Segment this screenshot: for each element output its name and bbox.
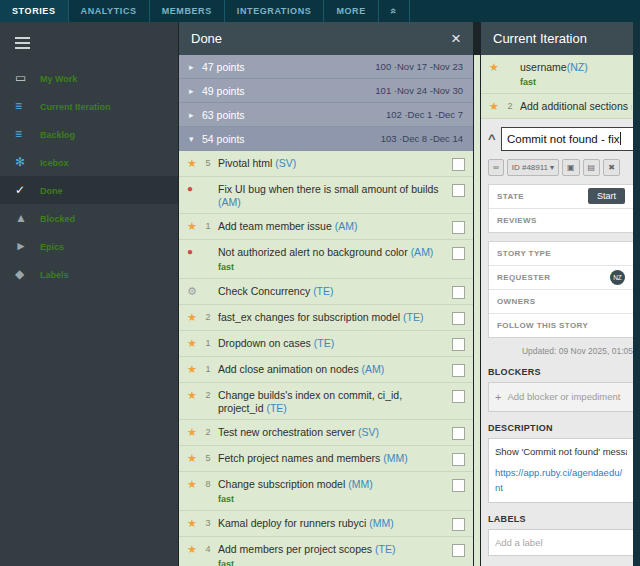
story-title: Check Concurrency: [218, 285, 313, 297]
story-field-row[interactable]: REQUESTER NZ: [489, 266, 633, 290]
story-checkbox[interactable]: [452, 338, 465, 351]
story-checkbox[interactable]: [452, 312, 465, 325]
story-owners: (MM): [348, 478, 373, 490]
story-checkbox[interactable]: [452, 544, 465, 557]
story-row[interactable]: ★ 4 Add members per project scopes (TE) …: [179, 537, 473, 566]
story-field-row[interactable]: OWNERS: [489, 290, 633, 314]
peek-story-list: ★ username(NZ) fast ★ 2 Add additional s…: [481, 55, 640, 119]
story-row[interactable]: ★ username(NZ) fast: [481, 55, 640, 94]
story-row[interactable]: ★ 1 Dropdown on cases (TE): [179, 331, 473, 357]
story-checkbox[interactable]: [452, 390, 465, 403]
attach-link-button[interactable]: ∞: [488, 159, 504, 176]
story-checkbox[interactable]: [452, 286, 465, 299]
clone-button[interactable]: ▤: [583, 159, 601, 176]
star-icon: ★: [187, 157, 203, 169]
copy-button[interactable]: ▣: [562, 159, 580, 176]
bug-icon: ●: [187, 246, 203, 258]
sidebar-item-backlog[interactable]: ≡ Backlog: [0, 120, 178, 148]
sidebar-item-current-iteration[interactable]: ≡ Current Iteration: [0, 92, 178, 120]
story-title: Fix UI bug when there is small amount of…: [218, 183, 439, 195]
close-icon[interactable]: ×: [451, 30, 461, 47]
monitor-icon: ▭: [15, 71, 40, 85]
current-iteration-panel: Current Iteration ★ username(NZ) fast ★ …: [481, 22, 640, 566]
add-blocker-input[interactable]: + Add blocker or impediment: [488, 382, 634, 412]
nav-tab-analytics[interactable]: ANALYTICS: [69, 0, 150, 22]
story-checkbox[interactable]: [452, 247, 465, 260]
delete-button[interactable]: ✖: [603, 159, 620, 176]
menu-icon[interactable]: [0, 22, 35, 64]
story-checkbox[interactable]: [452, 453, 465, 466]
story-title: Fetch project names and members: [218, 452, 383, 464]
story-row[interactable]: ★ 5 Pivotal html (SV): [179, 151, 473, 177]
star-icon: ★: [187, 426, 203, 438]
collapse-story-icon[interactable]: ^: [488, 132, 501, 145]
story-body: fast_ex changes for subscription model (…: [218, 311, 446, 324]
start-button[interactable]: Start: [588, 188, 625, 204]
story-field-row[interactable]: STATE Start: [489, 185, 633, 209]
sidebar-item-label: Blocked: [40, 214, 75, 224]
story-field-row[interactable]: REVIEWS: [489, 209, 633, 232]
nav-tab-more[interactable]: MORE: [324, 0, 378, 22]
story-id-button[interactable]: ID #48911▾: [507, 159, 559, 176]
nav-tab-integrations[interactable]: INTEGRATIONS: [225, 0, 325, 22]
story-checkbox[interactable]: [452, 427, 465, 440]
sidebar-item-my-work[interactable]: ▭ My Work: [0, 64, 178, 92]
story-checkbox[interactable]: [452, 364, 465, 377]
story-checkbox[interactable]: [452, 479, 465, 492]
story-body: Pivotal html (SV): [218, 157, 446, 170]
story-row[interactable]: ● Fix UI bug when there is small amount …: [179, 177, 473, 214]
story-checkbox[interactable]: [452, 184, 465, 197]
story-field-row[interactable]: STORY TYPE: [489, 242, 633, 266]
sidebar-item-blocked[interactable]: ▲ Blocked: [0, 204, 178, 232]
scrollbar[interactable]: [633, 22, 640, 566]
sidebar-item-label: Epics: [40, 242, 64, 252]
iteration-header[interactable]: ▸ 49 points 101 ·Nov 24 -Nov 30: [179, 79, 473, 103]
story-checkbox[interactable]: [452, 518, 465, 531]
iteration-range: 103 ·Dec 8 -Dec 14: [381, 133, 463, 144]
story-row[interactable]: ★ 2 Change builds's index on commit, ci_…: [179, 383, 473, 420]
story-points: 8: [203, 478, 213, 490]
story-row[interactable]: ★ 2 Test new orchestration server (SV): [179, 420, 473, 446]
sidebar-item-icebox[interactable]: ✻ Icebox: [0, 148, 178, 176]
story-field-row[interactable]: FOLLOW THIS STORY: [489, 314, 633, 337]
iteration-header[interactable]: ▸ 63 points 102 ·Dec 1 -Dec 7: [179, 103, 473, 127]
bug-icon: ●: [187, 183, 203, 195]
story-row[interactable]: ★ 2 fast_ex changes for subscription mod…: [179, 305, 473, 331]
sidebar-item-done[interactable]: ✓ Done: [0, 176, 178, 204]
story-row[interactable]: ● Not authorized alert no background col…: [179, 240, 473, 279]
iteration-header[interactable]: ▸ 47 points 100 ·Nov 17 -Nov 23: [179, 55, 473, 79]
star-icon: ★: [187, 363, 203, 375]
story-row[interactable]: ★ 1 Add close animation on nodes (AM): [179, 357, 473, 383]
iteration-range: 101 ·Nov 24 -Nov 30: [375, 85, 463, 96]
story-title: fast_ex changes for subscription model: [218, 311, 403, 323]
panel-title: Done: [191, 31, 451, 46]
panel-edge-sliver: [474, 55, 480, 566]
description-box[interactable]: Show 'Commit not found' message https://…: [488, 438, 634, 503]
sidebar-item-epics[interactable]: ► Epics: [0, 232, 178, 260]
panel-title: Current Iteration: [493, 31, 628, 46]
story-checkbox[interactable]: [452, 221, 465, 234]
sidebar-item-labels[interactable]: ◆ Labels: [0, 260, 178, 288]
sidebar-item-label: Labels: [40, 270, 69, 280]
story-row[interactable]: ★ 5 Fetch project names and members (MM): [179, 446, 473, 472]
iteration-header[interactable]: ▾ 54 points 103 ·Dec 8 -Dec 14: [179, 127, 473, 151]
story-row[interactable]: ★ 3 Kamal deploy for runners rubyci (MM): [179, 511, 473, 537]
story-row[interactable]: ★ 1 Add team member issue (AM): [179, 214, 473, 240]
story-points: 1: [203, 363, 213, 375]
story-title-input[interactable]: Commit not found - fix: [501, 127, 634, 151]
story-row[interactable]: ⚙ Check Concurrency (TE): [179, 279, 473, 305]
double-chevron-up-icon: «: [388, 8, 400, 14]
add-label-input[interactable]: Add a label: [488, 529, 634, 556]
tag-icon: ◆: [15, 267, 40, 281]
description-link[interactable]: https://app.ruby.ci/agendaedu/nt: [495, 465, 627, 495]
story-row[interactable]: ★ 2 Add additional sections (SV): [481, 94, 640, 119]
chevron-right-icon: ▸: [189, 62, 202, 72]
story-owners: (SV): [358, 426, 379, 438]
story-checkbox[interactable]: [452, 158, 465, 171]
gear-icon: ⚙: [187, 285, 203, 297]
nav-tab-members[interactable]: MEMBERS: [150, 0, 225, 22]
collapse-nav-icon[interactable]: «: [379, 0, 410, 22]
app-window: STORIES ANALYTICS MEMBERS INTEGRATIONS M…: [0, 0, 640, 566]
story-row[interactable]: ★ 8 Change subscription model (MM) fast: [179, 472, 473, 511]
nav-tab-stories[interactable]: STORIES: [0, 0, 69, 22]
